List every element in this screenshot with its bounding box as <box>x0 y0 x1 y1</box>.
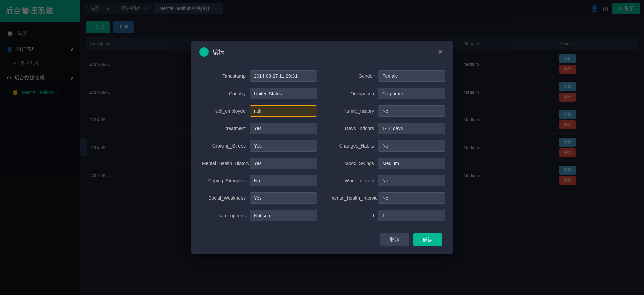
form-row-care-options: care_options <box>202 210 317 221</box>
treatment-label: treatment <box>202 126 246 131</box>
modal-footer: 取消 确认 <box>191 228 453 246</box>
confirm-button[interactable]: 确认 <box>413 233 442 246</box>
occupation-input[interactable] <box>378 88 445 99</box>
mental-health-interview-label: mental_health_interview <box>330 195 374 201</box>
growing-stress-label: Growing_Stress <box>202 143 246 149</box>
form-row-social-weakness: Social_Weakness <box>202 192 317 204</box>
days-indoors-label: Days_Indoors <box>330 126 374 131</box>
mental-health-history-input[interactable] <box>250 158 317 169</box>
modal-overlay: i 编辑 ✕ Timestamp Gender Country <box>0 0 644 295</box>
form-row-family-history: family_history <box>330 105 445 117</box>
form-row-mood-swings: Mood_Swings <box>330 158 445 169</box>
id-input[interactable] <box>378 210 445 221</box>
modal-header: i 编辑 ✕ <box>191 41 453 64</box>
form-row-gender: Gender <box>330 70 445 82</box>
modal-title: 编辑 <box>213 48 432 56</box>
form-row-self-employed: self_employed <box>202 105 317 117</box>
form-row-id: id <box>330 210 445 221</box>
modal-close-button[interactable]: ✕ <box>436 47 445 57</box>
form-row-country: Country <box>202 88 317 99</box>
country-input[interactable] <box>250 88 317 99</box>
country-label: Country <box>202 91 246 96</box>
days-indoors-input[interactable] <box>378 123 445 134</box>
form-row-days-indoors: Days_Indoors <box>330 123 445 134</box>
gender-input[interactable] <box>378 70 445 82</box>
social-weakness-input[interactable] <box>250 192 317 204</box>
modal-info-icon: i <box>199 47 209 57</box>
edit-modal: i 编辑 ✕ Timestamp Gender Country <box>191 41 453 254</box>
changes-habits-label: Changes_Habits <box>330 143 374 149</box>
modal-body: Timestamp Gender Country Occupation <box>191 64 453 228</box>
form-grid: Timestamp Gender Country Occupation <box>202 70 442 221</box>
timestamp-input[interactable] <box>250 70 317 82</box>
form-row-mental-health-history: Mental_Health_History <box>202 158 317 169</box>
form-row-timestamp: Timestamp <box>202 70 317 82</box>
form-row-coping-struggles: Coping_Struggles <box>202 175 317 186</box>
work-interest-label: Work_Interest <box>330 178 374 183</box>
cancel-button[interactable]: 取消 <box>380 233 409 246</box>
growing-stress-input[interactable] <box>250 140 317 152</box>
work-interest-input[interactable] <box>378 175 445 186</box>
changes-habits-input[interactable] <box>378 140 445 152</box>
mood-swings-input[interactable] <box>378 158 445 169</box>
timestamp-label: Timestamp <box>202 73 246 79</box>
occupation-label: Occupation <box>330 91 374 96</box>
self-employed-label: self_employed <box>202 108 246 114</box>
form-row-work-interest: Work_Interest <box>330 175 445 186</box>
gender-label: Gender <box>330 73 374 79</box>
mental-health-interview-input[interactable] <box>378 192 445 204</box>
id-label: id <box>330 213 374 218</box>
care-options-input[interactable] <box>250 210 317 221</box>
form-row-occupation: Occupation <box>330 88 445 99</box>
treatment-input[interactable] <box>250 123 317 134</box>
family-history-label: family_history <box>330 108 374 114</box>
social-weakness-label: Social_Weakness <box>202 195 246 201</box>
mental-health-history-label: Mental_Health_History <box>202 161 246 166</box>
form-row-changes-habits: Changes_Habits <box>330 140 445 152</box>
care-options-label: care_options <box>202 213 246 218</box>
form-row-growing-stress: Growing_Stress <box>202 140 317 152</box>
mood-swings-label: Mood_Swings <box>330 161 374 166</box>
coping-struggles-input[interactable] <box>250 175 317 186</box>
form-row-treatment: treatment <box>202 123 317 134</box>
form-row-mental-health-interview: mental_health_interview <box>330 192 445 204</box>
coping-struggles-label: Coping_Struggles <box>202 178 246 183</box>
family-history-input[interactable] <box>378 105 445 117</box>
self-employed-input[interactable] <box>250 105 317 117</box>
